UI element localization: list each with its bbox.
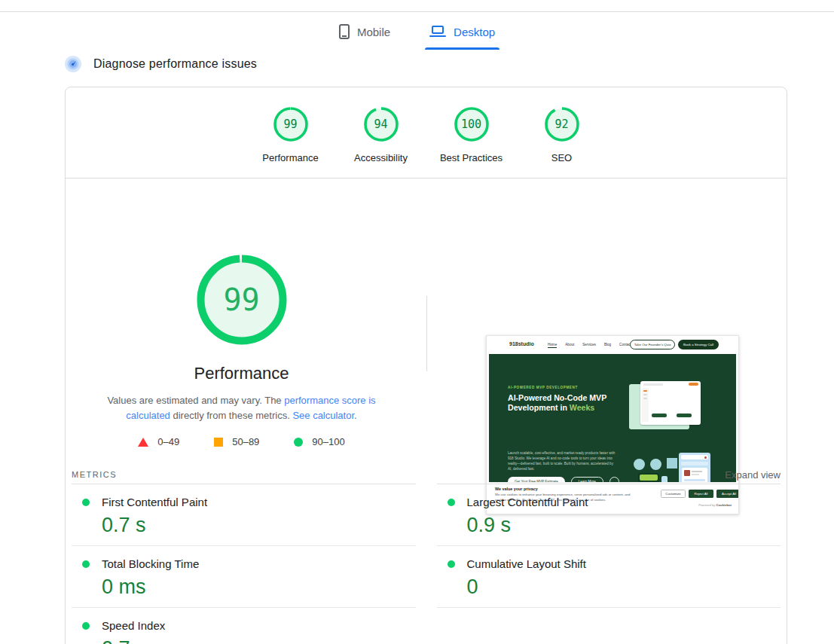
performance-overview: 99 Performance Values are estimated and …	[66, 179, 787, 465]
metric-cumulative-layout-shift: Cumulative Layout Shift 0	[437, 546, 781, 608]
metric-value: 0	[467, 575, 781, 599]
metrics-right-column: Expand view Largest Contentful Paint 0.9…	[437, 465, 781, 644]
report-card: 99 Performance 94 Accessibility 100 Best…	[65, 87, 787, 644]
tab-mobile-label: Mobile	[357, 26, 390, 38]
good-status-dot-icon	[82, 499, 90, 506]
metric-value: 0.7 s	[102, 637, 416, 644]
best-practices-gauge-small: 100	[454, 106, 490, 142]
good-status-dot-icon	[82, 622, 90, 630]
metrics-section: METRICS First Contentful Paint 0.7 s Tot…	[66, 465, 787, 644]
preview-quiz-button: Take Our Founder's Quiz	[630, 340, 675, 349]
good-status-dot-icon	[448, 499, 455, 506]
seo-gauge-small: 92	[544, 106, 580, 142]
good-status-dot-icon	[82, 560, 90, 568]
fail-triangle-icon	[138, 438, 148, 447]
metric-largest-contentful-paint: Largest Contentful Paint 0.9 s	[437, 484, 781, 546]
page-title: Diagnose performance issues	[93, 57, 257, 71]
performance-gauge-large: 99	[197, 255, 287, 345]
score-performance[interactable]: 99 Performance	[246, 106, 336, 163]
tab-desktop-label: Desktop	[454, 26, 495, 38]
metrics-left-column: METRICS First Contentful Paint 0.7 s Tot…	[72, 465, 416, 644]
accessibility-gauge-small: 94	[363, 106, 399, 142]
pass-circle-icon	[294, 438, 303, 447]
score-best-practices[interactable]: 100 Best Practices	[426, 106, 517, 163]
tab-desktop[interactable]: Desktop	[425, 18, 499, 50]
preview-logo: 918studio	[509, 341, 534, 346]
strategy-tabs: Mobile Desktop	[0, 18, 834, 50]
see-calculator-link[interactable]: See calculator	[292, 410, 354, 421]
preview-nav-links: HomeAboutServicesBlogContact	[548, 343, 631, 348]
legend-fail: 0–49	[138, 436, 179, 447]
mobile-phone-icon	[339, 24, 350, 39]
score-accessibility[interactable]: 94 Accessibility	[336, 106, 426, 163]
score-disclaimer: Values are estimated and may vary. The p…	[97, 393, 386, 423]
tab-mobile[interactable]: Mobile	[335, 18, 395, 50]
performance-gauge-small: 99	[273, 106, 309, 142]
active-tab-underline	[425, 47, 499, 50]
metric-value: 0.7 s	[102, 514, 416, 537]
preview-headline: AI-Powered No-Code MVP Development in We…	[508, 393, 607, 412]
top-divider	[0, 11, 834, 12]
category-scores: 99 Performance 94 Accessibility 100 Best…	[66, 87, 787, 179]
legend-pass: 90–100	[294, 436, 344, 447]
preview-eyebrow: AI-POWERED MVP DEVELOPMENT	[508, 386, 578, 389]
metric-speed-index: Speed Index 0.7 s	[72, 608, 416, 644]
preview-dashboard-card	[640, 381, 701, 425]
desktop-laptop-icon	[429, 26, 446, 38]
section-header: Diagnose performance issues	[65, 56, 257, 72]
score-label: Accessibility	[354, 152, 408, 163]
pagespeed-insights-icon	[65, 56, 81, 72]
score-label: SEO	[551, 152, 572, 163]
performance-gauge-block: 99 Performance Values are estimated and …	[66, 179, 417, 447]
score-legend: 0–49 50–89 90–100	[138, 436, 344, 447]
legend-average: 50–89	[214, 436, 259, 447]
metrics-title: METRICS	[72, 470, 117, 479]
preview-cta-button: Book a Strategy Call	[678, 340, 719, 349]
good-status-dot-icon	[448, 560, 455, 568]
metric-value: 0.9 s	[467, 514, 781, 537]
metric-value: 0 ms	[102, 575, 416, 599]
average-square-icon	[214, 438, 223, 447]
preview-navbar: 918studio HomeAboutServicesBlogContact T…	[489, 336, 736, 354]
vertical-divider	[426, 296, 427, 371]
metric-total-blocking-time: Total Blocking Time 0 ms	[72, 546, 416, 608]
score-label: Performance	[262, 152, 318, 163]
gauge-title: Performance	[194, 364, 289, 383]
expand-view-button[interactable]: Expand view	[725, 469, 781, 481]
metric-first-contentful-paint: First Contentful Paint 0.7 s	[72, 484, 416, 546]
score-label: Best Practices	[440, 152, 503, 163]
score-seo[interactable]: 92 SEO	[517, 106, 607, 163]
